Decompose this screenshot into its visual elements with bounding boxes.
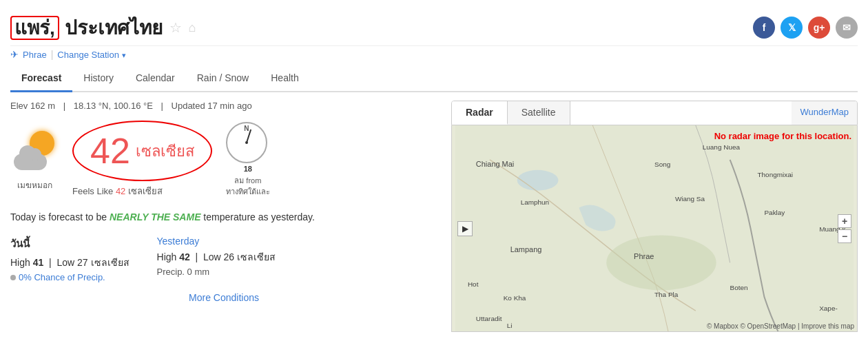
more-conditions-link[interactable]: More Conditions (189, 292, 259, 303)
tab-calendar[interactable]: Calendar (125, 65, 186, 92)
svg-text:Boten: Boten (730, 284, 748, 291)
tab-history[interactable]: History (72, 65, 125, 92)
yesterday-hi-lo: High 42 | Low 26 เซลเซียส (157, 249, 276, 265)
precip-dot-icon (10, 275, 16, 280)
weather-icon-area: เมฆหมอก (10, 127, 59, 191)
map-attribution: © Mapbox © OpenStreetMap | Improve this … (707, 322, 854, 330)
change-station-link[interactable]: Change Station ▾ (57, 50, 125, 60)
feels-like-label: Feels Like (72, 186, 113, 196)
feels-like-value: 42 (116, 186, 125, 196)
elevation-text: Elev 162 m (10, 101, 55, 111)
change-station-label: Change Station (57, 50, 119, 60)
today-low-unit: เซลเซียส (91, 257, 130, 268)
svg-text:Luang Nuea: Luang Nuea (703, 143, 741, 151)
elevation-bar: Elev 162 m | 18.13 °N, 100.16 °E | Updat… (10, 101, 437, 111)
city-title: แพร่, ประเทศไทย (10, 12, 163, 43)
today-precip-value: 0% Chance of Precip. (19, 272, 105, 282)
today-low: 27 (77, 257, 88, 268)
social-icons: f 𝕏 g+ ✉ (753, 17, 858, 39)
feels-like: Feels Like 42 เซลเซียส (72, 184, 212, 198)
zoom-out-button[interactable]: − (838, 229, 851, 243)
map-container: No radar image for this location. (451, 125, 858, 332)
googleplus-button[interactable]: g+ (808, 17, 830, 39)
today-precip: 0% Chance of Precip. (10, 272, 130, 282)
forecast-prefix: Today is forecast to be (10, 211, 107, 222)
wind-from-label: ลม from (234, 176, 261, 185)
svg-text:Wiang Sa: Wiang Sa (675, 195, 705, 203)
coordinates: 18.13 °N, 100.16 °E (74, 101, 153, 111)
updated-text: Updated 17 min ago (172, 101, 252, 111)
facebook-button[interactable]: f (753, 17, 775, 39)
today-high: 41 (33, 257, 44, 268)
yesterday-precip: Precip. 0 mm (157, 267, 276, 277)
pipe-separator2: | (161, 101, 163, 111)
map-svg: Chiang Mai Lamphun Lampang Hot Ko Kha Li… (452, 125, 857, 331)
plane-icon: ✈ (10, 49, 19, 60)
phrae-link[interactable]: Phrae (23, 50, 47, 60)
svg-text:Song: Song (654, 161, 670, 168)
city-country: ประเทศไทย (65, 17, 163, 39)
yesterday-low-unit: เซลเซียส (237, 251, 276, 262)
home-icon[interactable]: ⌂ (189, 21, 196, 35)
svg-text:Thongmixai: Thongmixai (758, 171, 793, 178)
pipe-separator: | (63, 101, 65, 111)
more-conditions: More Conditions (10, 292, 437, 303)
svg-text:Xape-: Xape- (819, 304, 838, 312)
wind-direction-label: ลม from ทางทิศใต้และ (226, 176, 270, 197)
temperature-value: 42 (90, 130, 130, 172)
favorite-icon[interactable]: ☆ (169, 19, 182, 36)
today-section: วันนี้ High 41 | Low 27 เซลเซียส 0% Chan… (10, 236, 130, 282)
twitter-button[interactable]: 𝕏 (781, 17, 803, 39)
yesterday-precip-value: 0 mm (187, 267, 210, 277)
yesterday-label: Yesterday (157, 236, 276, 247)
temperature-display: 42 เซลเซียส Feels Like 42 เซลเซียส (72, 121, 212, 198)
svg-text:Lamphun: Lamphun (521, 198, 550, 206)
tab-satellite[interactable]: Satellite (508, 101, 570, 125)
compass-n-label: N (244, 125, 249, 132)
map-tabs: Radar Satellite WunderMap (451, 101, 858, 125)
wind-from-dir: ทางทิศใต้และ (226, 187, 270, 196)
svg-text:Tha Pla: Tha Pla (654, 291, 679, 298)
chevron-down-icon: ▾ (122, 51, 126, 59)
yesterday-high: 42 (179, 251, 190, 262)
tab-health[interactable]: Health (260, 65, 309, 92)
forecast-text: Today is forecast to be NEARLY THE SAME … (10, 209, 437, 225)
cloud-icon (14, 154, 47, 170)
no-radar-message: No radar image for this location. (714, 131, 851, 141)
weather-icon (10, 127, 59, 176)
yesterday-low: 26 (224, 251, 235, 262)
map-zoom-controls: + − (838, 214, 851, 243)
tab-forecast[interactable]: Forecast (10, 65, 72, 92)
email-button[interactable]: ✉ (836, 17, 858, 39)
today-label: วันนี้ (10, 236, 130, 252)
yesterday-section: Yesterday High 42 | Low 26 เซลเซียส Prec… (157, 236, 276, 282)
navigation-tabs: Forecast History Calendar Rain / Snow He… (10, 65, 858, 92)
wind-compass: N 18 ลม from ทางทิศใต้และ (226, 122, 270, 197)
svg-text:Chiang Mai: Chiang Mai (476, 160, 514, 168)
svg-text:Ko Kha: Ko Kha (504, 294, 526, 302)
svg-text:Li: Li (507, 322, 513, 329)
temperature-unit: เซลเซียส (136, 139, 194, 163)
today-hi-lo: High 41 | Low 27 เซลเซียส (10, 255, 130, 270)
svg-text:Phrae: Phrae (634, 252, 654, 260)
temperature-oval: 42 เซลเซียส (72, 121, 212, 181)
city-thai: แพร่, (10, 16, 59, 40)
forecast-suffix: temperature as yesterday. (203, 211, 315, 222)
svg-text:Hot: Hot (468, 280, 479, 288)
wundermap-link[interactable]: WunderMap (792, 101, 857, 125)
zoom-in-button[interactable]: + (838, 214, 851, 228)
yesterday-precip-label: Precip. (157, 267, 185, 277)
wind-deg: 18 (226, 165, 270, 173)
tab-radar[interactable]: Radar (452, 101, 508, 125)
weather-description: เมฆหมอก (10, 178, 59, 191)
map-panel: Radar Satellite WunderMap No radar image… (451, 101, 858, 332)
svg-point-2 (606, 235, 716, 290)
play-button[interactable]: ▶ (457, 221, 473, 236)
forecast-highlight: NEARLY THE SAME (110, 211, 201, 222)
svg-text:Lampang: Lampang (510, 245, 542, 253)
svg-text:Paklay: Paklay (764, 209, 785, 216)
svg-text:Uttaradit: Uttaradit (476, 315, 502, 322)
compass-dial: N (226, 122, 267, 163)
separator: | (51, 49, 54, 60)
tab-rain-snow[interactable]: Rain / Snow (186, 65, 260, 92)
